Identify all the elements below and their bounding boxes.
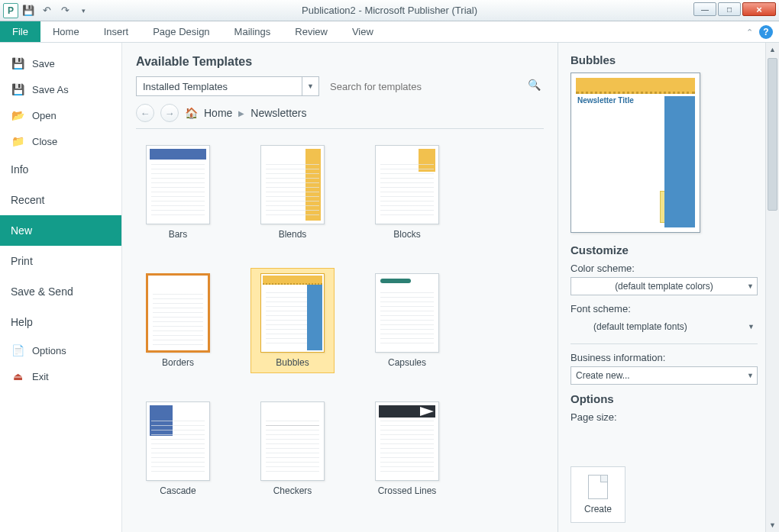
template-grid: Bars Blends Blocks Borders Bubbles Capsu… (136, 137, 544, 503)
business-info-value: Create new... (576, 370, 630, 381)
chevron-right-icon: ▶ (238, 109, 244, 118)
options-icon: 📄 (11, 343, 24, 357)
customize-heading: Customize (571, 243, 758, 256)
nav-open-label: Open (32, 110, 57, 121)
template-blocks[interactable]: Blocks (365, 140, 449, 245)
template-bars-label: Bars (169, 229, 188, 240)
nav-save-send-label: Save & Send (11, 285, 73, 298)
qat-redo-icon[interactable]: ↷ (57, 2, 73, 19)
filter-row: Installed Templates ▼ 🔍 (136, 76, 544, 96)
nav-print-label: Print (11, 255, 33, 267)
qat-customize-icon[interactable]: ▾ (75, 2, 92, 19)
nav-save[interactable]: 💾Save (0, 50, 121, 76)
nav-new[interactable]: New (0, 215, 121, 246)
template-source-dropdown[interactable]: Installed Templates ▼ (136, 76, 319, 96)
scroll-thumb[interactable] (768, 58, 777, 211)
page-size-label: Page size: (571, 411, 758, 423)
nav-info[interactable]: Info (0, 154, 121, 185)
template-crossed-lines[interactable]: Crossed Lines (365, 396, 449, 501)
template-bubbles-label: Bubbles (276, 357, 309, 368)
business-info-label: Business information: (571, 352, 758, 363)
open-icon: 📂 (11, 108, 24, 122)
template-bars[interactable]: Bars (136, 140, 220, 245)
help-icon[interactable]: ? (759, 25, 773, 39)
nav-close-label: Close (32, 136, 57, 147)
color-scheme-label: Color scheme: (571, 263, 758, 274)
qat-undo-icon[interactable]: ↶ (38, 2, 55, 19)
nav-info-label: Info (11, 163, 28, 176)
font-scheme-dropdown[interactable]: (default template fonts)▼ (571, 318, 758, 336)
chevron-down-icon: ▼ (302, 77, 318, 95)
create-button[interactable]: Create (571, 466, 625, 523)
template-capsules-label: Capsules (388, 357, 426, 368)
nav-save-send[interactable]: Save & Send (0, 276, 121, 307)
nav-help-label: Help (11, 316, 33, 328)
scroll-up-icon[interactable]: ▲ (766, 43, 779, 56)
maximize-button[interactable]: □ (718, 2, 741, 16)
font-scheme-label: Font scheme: (571, 303, 758, 314)
template-cascade-label: Cascade (160, 485, 196, 496)
new-document-icon (588, 475, 608, 499)
nav-save-as[interactable]: 💾Save As (0, 76, 121, 102)
tab-review[interactable]: Review (283, 21, 340, 42)
template-source-value: Installed Templates (143, 81, 228, 92)
nav-save-label: Save (32, 58, 55, 69)
nav-exit[interactable]: ⏏Exit (0, 363, 121, 389)
home-icon: 🏠 (185, 107, 198, 119)
divider (136, 128, 544, 129)
business-info-dropdown[interactable]: Create new...▼ (571, 366, 758, 385)
preview-title: Newsletter Title (577, 96, 634, 105)
template-borders[interactable]: Borders (136, 268, 220, 373)
divider (571, 343, 758, 344)
qat-save-icon[interactable]: 💾 (20, 2, 37, 19)
nav-new-label: New (11, 224, 32, 237)
nav-help[interactable]: Help (0, 307, 121, 337)
nav-recent[interactable]: Recent (0, 185, 121, 215)
breadcrumb-home[interactable]: Home (204, 107, 232, 119)
scrollbar[interactable]: ▲ ▼ (765, 43, 779, 532)
search-icon[interactable]: 🔍 (528, 79, 541, 91)
template-capsules[interactable]: Capsules (365, 268, 449, 373)
nav-close[interactable]: 📁Close (0, 128, 121, 154)
tab-home[interactable]: Home (40, 21, 92, 42)
nav-print[interactable]: Print (0, 246, 121, 276)
nav-open[interactable]: 📂Open (0, 102, 121, 128)
options-heading: Options (571, 392, 758, 405)
nav-options-label: Options (32, 345, 66, 356)
chevron-down-icon: ▼ (747, 282, 754, 290)
template-bubbles[interactable]: Bubbles (251, 268, 335, 373)
chevron-down-icon: ▼ (747, 372, 754, 379)
template-checkers[interactable]: Checkers (251, 396, 335, 501)
tab-insert[interactable]: Insert (92, 21, 141, 42)
nav-recent-label: Recent (11, 194, 44, 206)
minimize-ribbon-icon[interactable]: ⌃ (746, 27, 753, 37)
nav-save-as-label: Save As (32, 84, 69, 95)
tab-page-design[interactable]: Page Design (141, 21, 221, 42)
template-preview: Newsletter Title (571, 73, 700, 233)
template-blocks-label: Blocks (393, 229, 420, 240)
template-borders-label: Borders (162, 357, 194, 368)
exit-icon: ⏏ (11, 369, 24, 383)
breadcrumb-back-button[interactable]: ← (136, 104, 154, 122)
save-as-icon: 💾 (11, 82, 24, 96)
font-scheme-value: (default template fonts) (593, 321, 687, 332)
tab-view[interactable]: View (340, 21, 386, 42)
search-input[interactable] (325, 76, 544, 96)
app-letter: P (8, 5, 14, 16)
scroll-down-icon[interactable]: ▼ (766, 518, 779, 532)
tab-mailings[interactable]: Mailings (222, 21, 283, 42)
tab-file[interactable]: File (0, 21, 40, 42)
color-scheme-dropdown[interactable]: (default template colors)▼ (571, 277, 758, 295)
template-blends-label: Blends (279, 229, 307, 240)
close-window-button[interactable]: × (742, 2, 776, 16)
minimize-button[interactable]: — (693, 2, 716, 16)
window-controls: — □ × (693, 2, 776, 16)
template-blends[interactable]: Blends (251, 140, 335, 245)
breadcrumb-forward-button[interactable]: → (160, 104, 179, 122)
title-bar: P 💾 ↶ ↷ ▾ Publication2 - Microsoft Publi… (0, 0, 779, 21)
app-icon[interactable]: P (3, 3, 18, 18)
quick-access-toolbar: P 💾 ↶ ↷ ▾ (0, 2, 92, 19)
nav-options[interactable]: 📄Options (0, 337, 121, 363)
template-cascade[interactable]: Cascade (136, 396, 220, 501)
breadcrumb-newsletters[interactable]: Newsletters (251, 107, 306, 119)
